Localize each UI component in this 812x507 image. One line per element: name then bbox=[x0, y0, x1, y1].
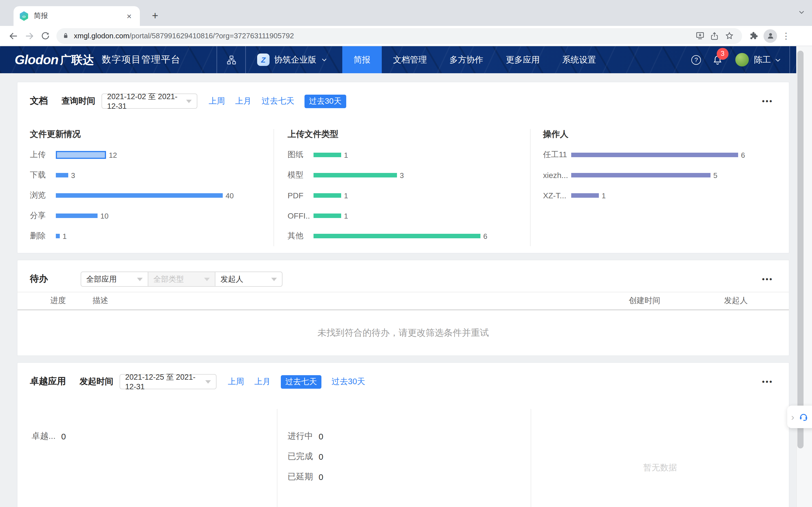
nav-item-更多应用[interactable]: 更多应用 bbox=[495, 46, 551, 73]
bar-value: 40 bbox=[225, 191, 234, 200]
nav-item-系统设置[interactable]: 系统设置 bbox=[551, 46, 607, 73]
tab-title: 简报 bbox=[34, 11, 124, 21]
filter-select-发起人[interactable]: 发起人 bbox=[215, 272, 283, 287]
chart-title: 文件更新情况 bbox=[30, 129, 273, 140]
bar-其他[interactable] bbox=[313, 234, 480, 238]
quick-filter-过去七天[interactable]: 过去七天 bbox=[262, 96, 294, 107]
quick-filter-上月[interactable]: 上月 bbox=[235, 96, 252, 107]
doc-quick-filters: 上周上月过去七天过去30天 bbox=[209, 94, 346, 108]
panel-title: 文档 bbox=[30, 95, 48, 107]
date-range-value: 2021-12-02 至 2021-12-31 bbox=[107, 92, 186, 110]
install-app-icon[interactable] bbox=[693, 29, 707, 43]
todo-panel: 待办 全部应用全部类型发起人 ••• 进度描述创建时间发起人 未找到符合的待办，… bbox=[17, 260, 790, 356]
address-bar[interactable]: xmgl.glodon.com/portal/587991629410816/?… bbox=[56, 28, 742, 44]
excellence-status-col: 进行中0已完成0已延期0 bbox=[277, 409, 531, 507]
quick-filter-上周[interactable]: 上周 bbox=[209, 96, 225, 107]
quick-filter-过去30天[interactable]: 过去30天 bbox=[305, 94, 346, 108]
bar-XZ-T...[interactable] bbox=[571, 193, 599, 198]
page-scrollbar[interactable] bbox=[796, 46, 812, 507]
bar-分享[interactable] bbox=[56, 214, 98, 218]
bar-PDF[interactable] bbox=[313, 193, 341, 198]
chart-操作人: 操作人任工116xiezh...5XZ-T...1 bbox=[530, 129, 789, 246]
bar-value: 1 bbox=[344, 212, 348, 220]
no-data-text: 暂无数据 bbox=[643, 462, 677, 472]
filter-select-label: 发起人 bbox=[220, 274, 243, 284]
more-options-button[interactable]: ••• bbox=[762, 378, 773, 386]
user-avatar[interactable] bbox=[735, 53, 749, 66]
panel-title: 卓越应用 bbox=[30, 376, 66, 388]
stat-row-进行中: 进行中0 bbox=[288, 426, 530, 446]
browser-profile-avatar[interactable] bbox=[763, 29, 777, 43]
forward-button-icon[interactable] bbox=[21, 28, 37, 44]
browser-window: ‹› 简报 × + xmgl.glodon.com/portal/5879916… bbox=[0, 0, 812, 507]
quick-filter-上周[interactable]: 上周 bbox=[228, 376, 244, 387]
bar-category-label: OFFI... bbox=[288, 211, 310, 220]
todo-table-header: 进度描述创建时间发起人 bbox=[17, 292, 789, 311]
more-options-button[interactable]: ••• bbox=[762, 275, 773, 283]
tab-search-chevron-icon[interactable] bbox=[798, 8, 805, 16]
date-range-picker[interactable]: 2021-12-02 至 2021-12-31 bbox=[101, 94, 197, 109]
chevron-right-icon[interactable]: › bbox=[791, 412, 794, 421]
browser-tab[interactable]: ‹› 简报 × bbox=[13, 6, 140, 26]
navbar-divider bbox=[790, 46, 790, 73]
quick-filter-过去30天[interactable]: 过去30天 bbox=[332, 376, 365, 387]
date-range-picker[interactable]: 2021-12-25 至 2021-12-31 bbox=[119, 374, 216, 389]
headset-support-icon[interactable] bbox=[798, 412, 808, 422]
scrollbar-thumb[interactable] bbox=[797, 51, 804, 448]
back-button-icon[interactable] bbox=[6, 28, 21, 44]
bar-value: 3 bbox=[71, 171, 75, 179]
chart-bar-row: XZ-T...1 bbox=[543, 185, 789, 206]
chart-文件更新情况: 文件更新情况上传12下载3浏览40分享10删除1 bbox=[17, 129, 273, 246]
bar-value: 12 bbox=[109, 151, 117, 159]
bar-图纸[interactable] bbox=[313, 153, 341, 157]
bar-value: 3 bbox=[400, 171, 404, 179]
chart-bar-row: 下载3 bbox=[30, 165, 273, 185]
filter-select-全部应用[interactable]: 全部应用 bbox=[81, 272, 148, 287]
browser-menu-kebab-icon[interactable]: ⋮ bbox=[779, 31, 793, 41]
bookmark-star-icon[interactable] bbox=[722, 29, 737, 43]
chevron-down-icon bbox=[774, 56, 781, 63]
more-options-button[interactable]: ••• bbox=[762, 97, 773, 105]
chart-bar-row: 删除1 bbox=[30, 226, 273, 246]
support-widget[interactable]: › bbox=[787, 406, 812, 428]
bar-category-label: 浏览 bbox=[30, 190, 52, 201]
quick-filter-上月[interactable]: 上月 bbox=[254, 376, 271, 387]
bar-下载[interactable] bbox=[56, 173, 68, 177]
reload-button-icon[interactable] bbox=[37, 28, 53, 44]
bar-xiezh...[interactable] bbox=[571, 173, 711, 177]
nav-item-多方协作[interactable]: 多方协作 bbox=[438, 46, 495, 73]
bar-模型[interactable] bbox=[313, 173, 397, 177]
excellence-panel-header: 卓越应用 发起时间 2021-12-25 至 2021-12-31 上周上月过去… bbox=[30, 374, 773, 389]
tab-close-icon[interactable]: × bbox=[124, 11, 134, 21]
chart-bar-row: 其他6 bbox=[288, 226, 530, 246]
extensions-puzzle-icon[interactable] bbox=[746, 28, 761, 44]
bar-任工11[interactable] bbox=[571, 153, 738, 157]
quick-filter-过去七天[interactable]: 过去七天 bbox=[281, 375, 321, 388]
new-tab-button[interactable]: + bbox=[148, 8, 162, 23]
bar-上传[interactable] bbox=[56, 151, 106, 159]
stat-label: 已延期 bbox=[288, 471, 313, 482]
column-header-进度: 进度 bbox=[50, 296, 66, 306]
bar-删除[interactable] bbox=[56, 234, 60, 238]
bar-OFFI...[interactable] bbox=[313, 214, 341, 218]
help-icon[interactable]: ? bbox=[691, 55, 701, 64]
bar-value: 1 bbox=[344, 151, 348, 159]
glodon-logo: Glodon bbox=[15, 52, 58, 67]
chart-bar-row: 浏览40 bbox=[30, 185, 273, 206]
user-name[interactable]: 陈工 bbox=[754, 54, 771, 65]
bar-value: 6 bbox=[483, 232, 487, 240]
share-icon[interactable] bbox=[707, 29, 722, 43]
bar-category-label: 其他 bbox=[288, 231, 310, 241]
org-structure-icon[interactable] bbox=[217, 46, 245, 73]
nav-item-简报[interactable]: 简报 bbox=[342, 46, 382, 73]
nav-item-文档管理[interactable]: 文档管理 bbox=[382, 46, 438, 73]
caret-down-icon bbox=[271, 277, 277, 281]
notifications-bell-icon[interactable]: 3 bbox=[712, 54, 723, 65]
bar-浏览[interactable] bbox=[56, 193, 223, 198]
stat-value: 0 bbox=[319, 472, 323, 482]
caret-down-icon bbox=[205, 380, 211, 383]
workspace-switcher[interactable]: Z 协筑企业版 bbox=[246, 46, 337, 73]
brand: Glodon 广联达 数字项目管理平台 bbox=[0, 46, 216, 73]
bar-value: 10 bbox=[100, 212, 109, 220]
app-navbar: Glodon 广联达 数字项目管理平台 Z 协筑企业版 简报文档管理多方协作更多… bbox=[0, 46, 812, 73]
